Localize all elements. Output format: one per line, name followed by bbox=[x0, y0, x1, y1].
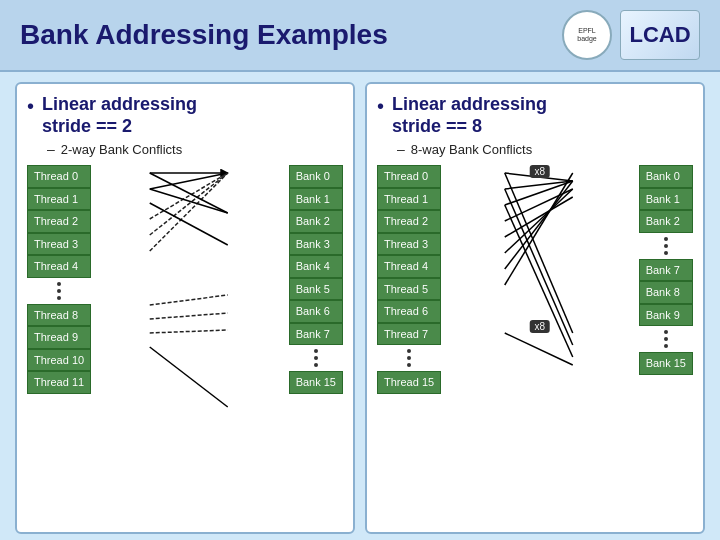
svg-line-3 bbox=[150, 173, 228, 235]
thread-item: Thread 2 bbox=[27, 210, 91, 233]
svg-line-11 bbox=[150, 347, 228, 407]
svg-line-21 bbox=[505, 173, 573, 333]
header: Bank Addressing Examples EPFLbadge LCAD bbox=[0, 0, 720, 72]
right-sub-text: 8-way Bank Conflicts bbox=[411, 142, 532, 157]
bank-item: Bank 2 bbox=[289, 210, 343, 233]
thread-item: Thread 7 bbox=[377, 323, 441, 346]
left-bullet: • bbox=[27, 94, 34, 118]
right-heading-line1: Linear addressing bbox=[392, 94, 547, 116]
bank-item: Bank 7 bbox=[639, 259, 693, 282]
lcad-logo: LCAD bbox=[620, 10, 700, 60]
bank-item: Bank 7 bbox=[289, 323, 343, 346]
svg-line-10 bbox=[150, 330, 228, 333]
left-dots-1 bbox=[27, 278, 91, 304]
thread-item-15: Thread 15 bbox=[377, 371, 441, 394]
thread-item: Thread 4 bbox=[377, 255, 441, 278]
left-bank-column: Bank 0 Bank 1 Bank 2 Bank 3 Bank 4 Bank … bbox=[289, 165, 343, 394]
thread-item: Thread 10 bbox=[27, 349, 91, 372]
left-dash: – bbox=[47, 141, 55, 157]
bank-item: Bank 1 bbox=[289, 188, 343, 211]
right-heading-line2: stride == 8 bbox=[392, 116, 547, 138]
bank-item: Bank 4 bbox=[289, 255, 343, 278]
content-area: • Linear addressing stride == 2 – 2-way … bbox=[0, 72, 720, 540]
right-bank-dots-2 bbox=[639, 326, 693, 352]
bank-item: Bank 0 bbox=[639, 165, 693, 188]
right-banks-mid: Bank 7 Bank 8 Bank 9 bbox=[639, 259, 693, 327]
thread-item: Thread 4 bbox=[27, 255, 91, 278]
bank-item: Bank 9 bbox=[639, 304, 693, 327]
right-bank-dots-1 bbox=[639, 233, 693, 259]
right-arrows-area: x8 x8 bbox=[445, 165, 634, 429]
svg-line-18 bbox=[505, 181, 573, 269]
svg-line-9 bbox=[150, 313, 228, 319]
thread-item: Thread 3 bbox=[377, 233, 441, 256]
right-dots-1 bbox=[377, 345, 441, 371]
thread-item: Thread 1 bbox=[377, 188, 441, 211]
thread-item: Thread 11 bbox=[27, 371, 91, 394]
left-thread-column: Thread 0 Thread 1 Thread 2 Thread 3 Thre… bbox=[27, 165, 91, 394]
bank-item: Bank 5 bbox=[289, 278, 343, 301]
svg-line-8 bbox=[150, 295, 228, 305]
left-panel: • Linear addressing stride == 2 – 2-way … bbox=[15, 82, 355, 534]
right-sub-bullet: – 8-way Bank Conflicts bbox=[397, 141, 693, 157]
right-banks-top: Bank 0 Bank 1 Bank 2 bbox=[639, 165, 693, 233]
bank-item: Bank 6 bbox=[289, 300, 343, 323]
svg-line-1 bbox=[150, 173, 228, 189]
bank-item-15: Bank 15 bbox=[289, 371, 343, 394]
bank-item: Bank 8 bbox=[639, 281, 693, 304]
right-panel: • Linear addressing stride == 8 – 8-way … bbox=[365, 82, 705, 534]
thread-item: Thread 1 bbox=[27, 188, 91, 211]
thread-item: Thread 9 bbox=[27, 326, 91, 349]
left-sub-bullet: – 2-way Bank Conflicts bbox=[47, 141, 343, 157]
left-heading-line1: Linear addressing bbox=[42, 94, 197, 116]
page-title: Bank Addressing Examples bbox=[20, 19, 388, 51]
bank-item: Bank 2 bbox=[639, 210, 693, 233]
bank-item: Bank 1 bbox=[639, 188, 693, 211]
bank-item: Bank 3 bbox=[289, 233, 343, 256]
right-arrows-svg bbox=[445, 165, 634, 425]
right-thread-column: Thread 0 Thread 1 Thread 2 Thread 3 Thre… bbox=[377, 165, 441, 394]
left-heading: • Linear addressing stride == 2 bbox=[27, 94, 343, 137]
thread-item: Thread 5 bbox=[377, 278, 441, 301]
thread-item: Thread 0 bbox=[27, 165, 91, 188]
left-heading-line2: stride == 2 bbox=[42, 116, 197, 138]
right-bank-15: Bank 15 bbox=[639, 352, 693, 375]
left-sub-text: 2-way Bank Conflicts bbox=[61, 142, 182, 157]
left-arrows-area bbox=[95, 165, 284, 429]
institution-badge: EPFLbadge bbox=[562, 10, 612, 60]
right-heading: • Linear addressing stride == 8 bbox=[377, 94, 693, 137]
right-bank-column: Bank 0 Bank 1 Bank 2 Bank 7 Bank 8 Bank … bbox=[639, 165, 693, 375]
thread-item: Thread 0 bbox=[377, 165, 441, 188]
bank-item: Bank 0 bbox=[289, 165, 343, 188]
logo-area: EPFLbadge LCAD bbox=[562, 10, 700, 60]
right-bullet: • bbox=[377, 94, 384, 118]
thread-item: Thread 6 bbox=[377, 300, 441, 323]
left-threads-top: Thread 0 Thread 1 Thread 2 Thread 3 Thre… bbox=[27, 165, 91, 278]
slide: Bank Addressing Examples EPFLbadge LCAD … bbox=[0, 0, 720, 540]
right-threads-top: Thread 0 Thread 1 Thread 2 Thread 3 Thre… bbox=[377, 165, 441, 345]
thread-item: Thread 3 bbox=[27, 233, 91, 256]
right-dash: – bbox=[397, 141, 405, 157]
thread-item: Thread 2 bbox=[377, 210, 441, 233]
x8-badge-top: x8 bbox=[530, 165, 551, 178]
x8-badge-bottom: x8 bbox=[530, 320, 551, 333]
left-bank-dots bbox=[289, 345, 343, 371]
left-banks-top: Bank 0 Bank 1 Bank 2 Bank 3 Bank 4 Bank … bbox=[289, 165, 343, 345]
left-threads-bottom: Thread 8 Thread 9 Thread 10 Thread 11 bbox=[27, 304, 91, 394]
thread-item: Thread 8 bbox=[27, 304, 91, 327]
left-arrows-svg bbox=[95, 165, 284, 425]
svg-line-20 bbox=[505, 333, 573, 365]
